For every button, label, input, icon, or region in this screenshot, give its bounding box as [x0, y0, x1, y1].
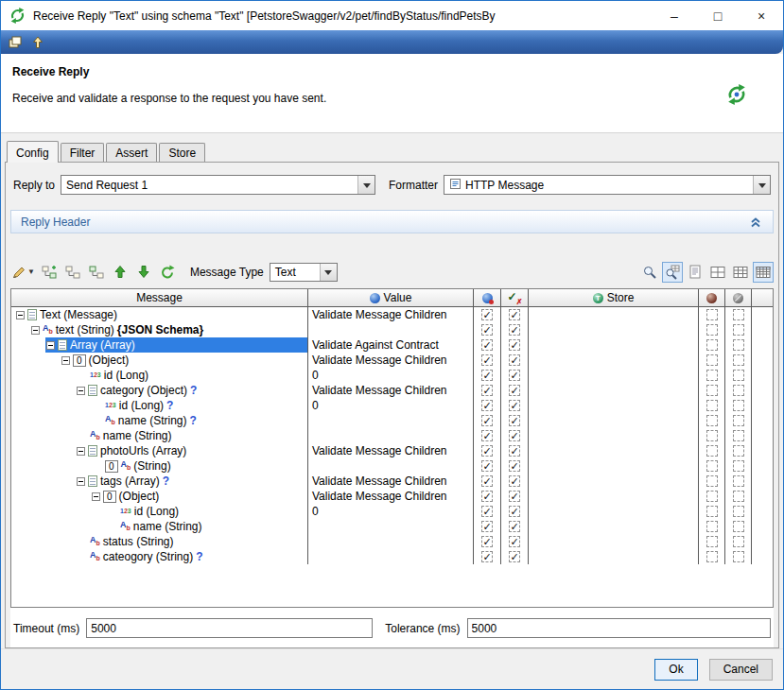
validate-checkbox[interactable]: ✓ [481, 551, 493, 562]
tree-node-id[interactable]: 123id (Long) [11, 504, 308, 519]
flag-checkbox-1[interactable] [706, 506, 718, 517]
value-cell[interactable] [308, 549, 474, 564]
tree-node-content[interactable]: category (Object)? [76, 383, 307, 398]
store-cell[interactable] [529, 383, 699, 398]
validate-checkbox[interactable]: ✓ [481, 309, 493, 320]
validate-checkbox[interactable]: ✓ [481, 415, 493, 426]
value-cell[interactable]: 0 [308, 504, 474, 519]
store-cell[interactable] [529, 458, 699, 474]
minimize-button[interactable]: – [653, 1, 696, 30]
collapse-expander-icon[interactable] [77, 387, 85, 395]
tree-node-name[interactable]: Abname (String) [11, 428, 308, 443]
flag-checkbox-1[interactable] [706, 339, 718, 351]
value-cell[interactable]: Validate Message Children [308, 353, 474, 368]
enable-checkbox[interactable]: ✓ [509, 521, 520, 532]
value-cell[interactable]: Validate Message Children [308, 443, 474, 458]
tree-node-status[interactable]: Abstatus (String) [11, 534, 308, 549]
validate-checkbox[interactable]: ✓ [481, 536, 493, 547]
enable-checkbox[interactable]: ✓ [509, 445, 520, 457]
add-node-icon[interactable] [39, 262, 60, 283]
enable-checkbox[interactable]: ✓ [509, 309, 520, 320]
zoom-grid-icon[interactable] [662, 262, 683, 283]
maximize-button[interactable]: □ [696, 1, 740, 30]
flag-checkbox-2[interactable] [733, 415, 744, 426]
collapse-expander-icon[interactable] [61, 356, 70, 365]
edit-values-icon[interactable]: ▼ [10, 262, 36, 283]
tree-node-0[interactable]: 0(Object) [11, 353, 308, 368]
value-cell[interactable]: 0 [308, 368, 474, 383]
flag-checkbox-2[interactable] [733, 551, 744, 562]
store-cell[interactable] [529, 398, 699, 413]
enable-checkbox[interactable]: ✓ [509, 415, 520, 426]
tree-node-photoUrls[interactable]: photoUrls (Array) [11, 443, 308, 458]
overlapping-windows-icon[interactable] [8, 35, 23, 50]
tree-node-content[interactable]: Abname (String) [106, 519, 307, 534]
value-cell[interactable] [308, 322, 474, 337]
cancel-button[interactable]: Cancel [709, 659, 773, 681]
flag-checkbox-2[interactable] [733, 309, 744, 320]
validate-checkbox[interactable]: ✓ [481, 354, 493, 366]
flag-checkbox-2[interactable] [733, 491, 744, 502]
value-cell[interactable]: Validate Message Children [308, 383, 474, 398]
flag-checkbox-2[interactable] [733, 506, 744, 517]
message-type-select[interactable]: Text [270, 263, 338, 282]
validate-checkbox[interactable]: ✓ [481, 491, 493, 502]
formatter-select[interactable]: HTTP Message [444, 175, 771, 195]
tree-node-content[interactable]: 0(Object) [91, 489, 307, 504]
flag-checkbox-2[interactable] [733, 475, 744, 487]
flag-checkbox-2[interactable] [733, 400, 744, 411]
value-cell[interactable]: Validate Against Contract [308, 337, 474, 353]
enable-checkbox[interactable]: ✓ [509, 385, 520, 396]
flag-checkbox-2[interactable] [733, 536, 744, 547]
validate-checkbox[interactable]: ✓ [481, 506, 493, 517]
validate-checkbox[interactable]: ✓ [481, 430, 493, 441]
flag-checkbox-1[interactable] [706, 521, 718, 532]
tree-node-id[interactable]: 123id (Long)? [11, 398, 308, 413]
tree-node-tags[interactable]: tags (Array)? [11, 474, 308, 489]
store-cell[interactable] [529, 413, 699, 428]
chevron-down-icon[interactable] [753, 176, 770, 194]
tab-assert[interactable]: Assert [106, 143, 157, 162]
tree-node-name[interactable]: Abname (String)? [11, 413, 308, 428]
flag-checkbox-2[interactable] [733, 460, 744, 472]
tolerance-input[interactable] [467, 618, 771, 638]
store-cell[interactable] [529, 474, 699, 489]
tree-node-content[interactable]: Text (Message) [15, 307, 307, 322]
enable-checkbox[interactable]: ✓ [509, 475, 520, 487]
tree-node-content[interactable]: photoUrls (Array) [76, 443, 307, 458]
refresh-icon[interactable] [157, 262, 178, 283]
collapse-expander-icon[interactable] [77, 477, 85, 486]
validate-checkbox[interactable]: ✓ [481, 339, 493, 351]
flag-checkbox-2[interactable] [733, 339, 744, 351]
enable-checkbox[interactable]: ✓ [509, 506, 520, 517]
enable-checkbox[interactable]: ✓ [509, 536, 520, 547]
move-up-icon[interactable] [110, 262, 131, 283]
tree-node-content[interactable]: Abtext (String){JSON Schema} [30, 322, 307, 337]
collapse-expander-icon[interactable] [46, 341, 55, 350]
validate-checkbox[interactable]: ✓ [481, 460, 493, 472]
value-cell[interactable]: 0 [308, 398, 474, 413]
tree-node-0[interactable]: 0(Object) [11, 489, 308, 504]
flag-checkbox-1[interactable] [706, 309, 718, 320]
store-cell[interactable] [529, 534, 699, 549]
flag-checkbox-2[interactable] [733, 521, 744, 532]
flag-checkbox-1[interactable] [706, 415, 718, 426]
enable-checkbox[interactable]: ✓ [509, 491, 520, 502]
close-button[interactable]: × [740, 1, 783, 30]
enable-checkbox[interactable]: ✓ [509, 551, 520, 562]
up-arrow-icon[interactable] [30, 35, 45, 50]
tree-node-0[interactable]: 0Ab(String) [11, 458, 308, 474]
reply-to-select[interactable]: Send Request 1 [61, 175, 375, 195]
tree-node-content[interactable]: Abcateogory (String)? [76, 549, 307, 564]
collapse-expander-icon[interactable] [31, 326, 40, 335]
value-cell[interactable] [308, 428, 474, 443]
store-cell[interactable] [529, 443, 699, 458]
enable-checkbox[interactable]: ✓ [509, 354, 520, 366]
flag-checkbox-2[interactable] [733, 324, 744, 336]
grid-medium-icon[interactable] [730, 262, 751, 283]
collapse-chevron-icon[interactable] [748, 215, 763, 230]
value-cell[interactable]: Validate Message Children [308, 489, 474, 504]
collapse-expander-icon[interactable] [16, 311, 25, 319]
tree-node-content[interactable]: 123id (Long) [76, 368, 307, 383]
validate-checkbox[interactable]: ✓ [481, 370, 493, 381]
